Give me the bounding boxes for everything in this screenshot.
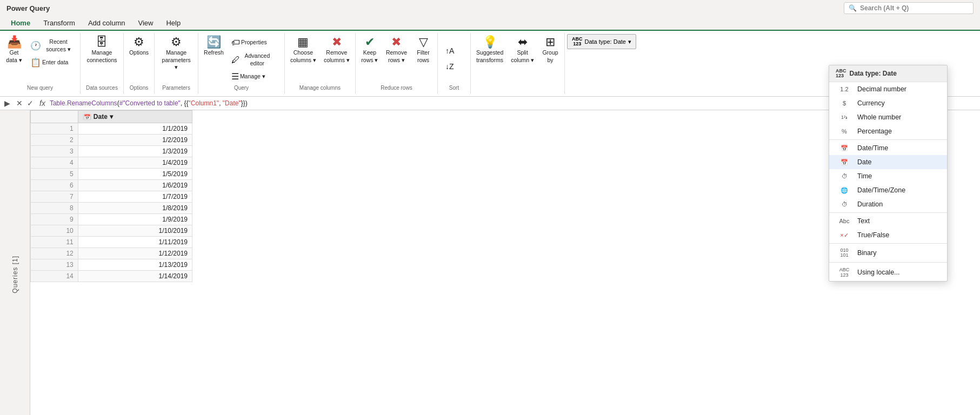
filter-rows-button[interactable]: ▽ Filterrows bbox=[411, 34, 435, 83]
suggested-transforms-button[interactable]: 💡 Suggestedtransforms bbox=[473, 34, 506, 89]
table-row[interactable]: 3 1/3/2019 bbox=[31, 146, 192, 157]
formula-confirm-button[interactable]: ✓ bbox=[25, 99, 35, 108]
manage-button[interactable]: ☰ Manage ▾ bbox=[228, 70, 282, 83]
manage-connections-button[interactable]: 🗄 Manageconnections bbox=[83, 34, 121, 83]
table-row[interactable]: 11 1/11/2019 bbox=[31, 237, 192, 248]
date-cell: 1/12/2019 bbox=[78, 248, 192, 259]
dropdown-item-binary[interactable]: 010101 Binary bbox=[829, 245, 947, 261]
options-icon: ⚙ bbox=[134, 36, 144, 48]
date-cell: 1/11/2019 bbox=[78, 237, 192, 248]
dropdown-item-truefalse[interactable]: ×✓ True/False bbox=[829, 228, 947, 242]
table-row[interactable]: 1 1/1/2019 bbox=[31, 123, 192, 135]
options-button[interactable]: ⚙ Options bbox=[126, 34, 152, 83]
properties-icon: 🏷 bbox=[231, 38, 240, 47]
dropdown-item-locale[interactable]: ABC123 Using locale... bbox=[829, 264, 947, 281]
text-icon: Abc bbox=[837, 218, 852, 224]
truefalse-label: True/False bbox=[857, 231, 889, 239]
menu-item-view[interactable]: View bbox=[132, 16, 160, 31]
date-label: Date bbox=[857, 158, 871, 166]
dropdown-item-datetime[interactable]: 📅 Date/Time bbox=[829, 141, 947, 155]
menu-item-transform[interactable]: Transform bbox=[37, 16, 82, 31]
group-by-button[interactable]: ⊞ Groupby bbox=[538, 34, 562, 89]
table-row[interactable]: 6 1/6/2019 bbox=[31, 180, 192, 191]
row-number: 13 bbox=[31, 259, 78, 271]
manage-parameters-button[interactable]: ⚙ Manageparameters ▾ bbox=[157, 34, 196, 83]
dropdown-separator-4 bbox=[829, 262, 947, 263]
dropdown-item-currency[interactable]: $ Currency bbox=[829, 96, 947, 110]
data-type-button[interactable]: ABC123 Data type: Date ▾ bbox=[567, 34, 636, 49]
parameters-label: Parameters bbox=[157, 83, 196, 93]
app-title: Power Query bbox=[6, 4, 50, 12]
dropdown-item-percentage[interactable]: % Percentage bbox=[829, 124, 947, 138]
remove-rows-icon: ✖ bbox=[391, 36, 401, 48]
ribbon-group-options: ⚙ Options Options bbox=[124, 33, 155, 94]
date-col-chevron[interactable]: ▾ bbox=[110, 113, 113, 121]
options-label: Options bbox=[126, 83, 152, 93]
time-label: Time bbox=[857, 172, 872, 180]
new-query-label: New query bbox=[2, 83, 78, 93]
sort-descending-button[interactable]: ↓Z bbox=[442, 59, 466, 73]
dropdown-item-decimal[interactable]: 1.2 Decimal number bbox=[829, 82, 947, 96]
formula-expand-button[interactable]: ▶ bbox=[4, 99, 10, 108]
menu-item-help[interactable]: Help bbox=[159, 16, 187, 31]
get-data-button[interactable]: 📥 Getdata ▾ bbox=[2, 34, 26, 66]
dropdown-item-text[interactable]: Abc Text bbox=[829, 214, 947, 228]
binary-label: Binary bbox=[857, 249, 876, 257]
dropdown-item-datetimezone[interactable]: 🌐 Date/Time/Zone bbox=[829, 183, 947, 197]
remove-rows-button[interactable]: ✖ Removerows ▾ bbox=[383, 34, 410, 83]
ribbon-group-manage-columns: ▦ Choosecolumns ▾ ✖ Removecolumns ▾ Mana… bbox=[285, 33, 356, 94]
ribbon-group-reduce-rows: ✔ Keeprows ▾ ✖ Removerows ▾ ▽ Filterrows… bbox=[356, 33, 438, 94]
keep-rows-button[interactable]: ✔ Keeprows ▾ bbox=[358, 34, 382, 83]
table-row[interactable]: 8 1/8/2019 bbox=[31, 203, 192, 214]
table-row[interactable]: 13 1/13/2019 bbox=[31, 259, 192, 271]
dropdown-separator-1 bbox=[829, 139, 947, 140]
dropdown-item-duration[interactable]: ⏱ Duration bbox=[829, 197, 947, 211]
dropdown-separator-3 bbox=[829, 243, 947, 244]
data-type-label: Data type: Date bbox=[585, 38, 626, 45]
menu-item-add-column[interactable]: Add column bbox=[82, 16, 132, 31]
filter-rows-icon: ▽ bbox=[419, 36, 428, 48]
dropdown-item-whole[interactable]: 1²₃ Whole number bbox=[829, 110, 947, 124]
advanced-editor-icon: 🖊 bbox=[231, 56, 240, 64]
refresh-button[interactable]: 🔄 Refresh bbox=[201, 34, 227, 59]
table-row[interactable]: 7 1/7/2019 bbox=[31, 191, 192, 203]
search-box[interactable]: 🔍 Search (Alt + Q) bbox=[844, 2, 974, 14]
menu-item-home[interactable]: Home bbox=[4, 16, 37, 31]
title-bar: Power Query 🔍 Search (Alt + Q) bbox=[0, 0, 980, 16]
split-column-button[interactable]: ⬌ Splitcolumn ▾ bbox=[508, 34, 537, 89]
data-type-icon: ABC123 bbox=[572, 37, 583, 46]
recent-sources-icon: 🕐 bbox=[30, 42, 41, 50]
data-type-dropdown[interactable]: ABC123 Data type: Date 1.2 Decimal numbe… bbox=[829, 65, 948, 282]
row-number: 6 bbox=[31, 180, 78, 191]
row-number: 11 bbox=[31, 237, 78, 248]
row-number: 14 bbox=[31, 271, 78, 282]
choose-columns-icon: ▦ bbox=[297, 36, 309, 48]
properties-button[interactable]: 🏷 Properties bbox=[228, 36, 282, 49]
table-row[interactable]: 9 1/9/2019 bbox=[31, 214, 192, 225]
choose-columns-button[interactable]: ▦ Choosecolumns ▾ bbox=[287, 34, 319, 83]
table-row[interactable]: 14 1/14/2019 bbox=[31, 271, 192, 282]
formula-cancel-button[interactable]: ✕ bbox=[15, 99, 24, 108]
date-type-icon: 📅 bbox=[83, 114, 91, 120]
sort-ascending-button[interactable]: ↑A bbox=[442, 44, 466, 58]
ribbon-group-parameters: ⚙ Manageparameters ▾ Parameters bbox=[155, 33, 198, 94]
ribbon-group-new-query: 📥 Getdata ▾ 🕐 Recent sources ▾ 📋 Enter d… bbox=[0, 33, 81, 94]
reduce-rows-label: Reduce rows bbox=[358, 83, 435, 93]
enter-data-button[interactable]: 📋 Enter data bbox=[27, 56, 78, 69]
remove-columns-button[interactable]: ✖ Removecolumns ▾ bbox=[321, 34, 353, 83]
group-by-icon: ⊞ bbox=[545, 36, 555, 48]
date-icon: 📅 bbox=[837, 159, 852, 166]
recent-sources-button[interactable]: 🕐 Recent sources ▾ bbox=[27, 36, 78, 55]
dropdown-item-time[interactable]: ⏱ Time bbox=[829, 169, 947, 183]
row-number: 2 bbox=[31, 135, 78, 146]
table-row[interactable]: 2 1/2/2019 bbox=[31, 135, 192, 146]
dropdown-separator-2 bbox=[829, 212, 947, 213]
advanced-editor-button[interactable]: 🖊 Advanced editor bbox=[228, 50, 282, 69]
table-row[interactable]: 12 1/12/2019 bbox=[31, 248, 192, 259]
date-column-header[interactable]: 📅 Date ▾ bbox=[78, 111, 192, 123]
table-row[interactable]: 4 1/4/2019 bbox=[31, 157, 192, 169]
table-row[interactable]: 10 1/10/2019 bbox=[31, 225, 192, 237]
table-row[interactable]: 5 1/5/2019 bbox=[31, 169, 192, 180]
dropdown-item-date[interactable]: 📅 Date bbox=[829, 155, 947, 169]
locale-label: Using locale... bbox=[857, 269, 900, 276]
